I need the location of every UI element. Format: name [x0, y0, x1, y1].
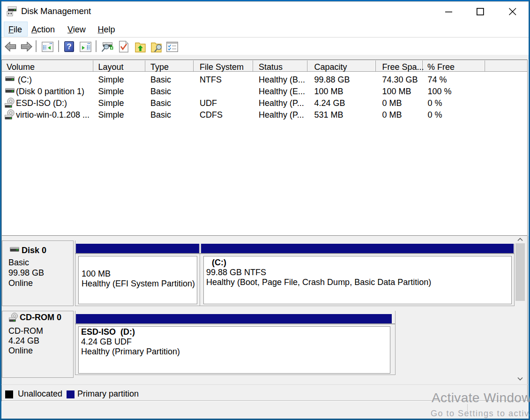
svg-text:?: ? — [67, 42, 71, 51]
